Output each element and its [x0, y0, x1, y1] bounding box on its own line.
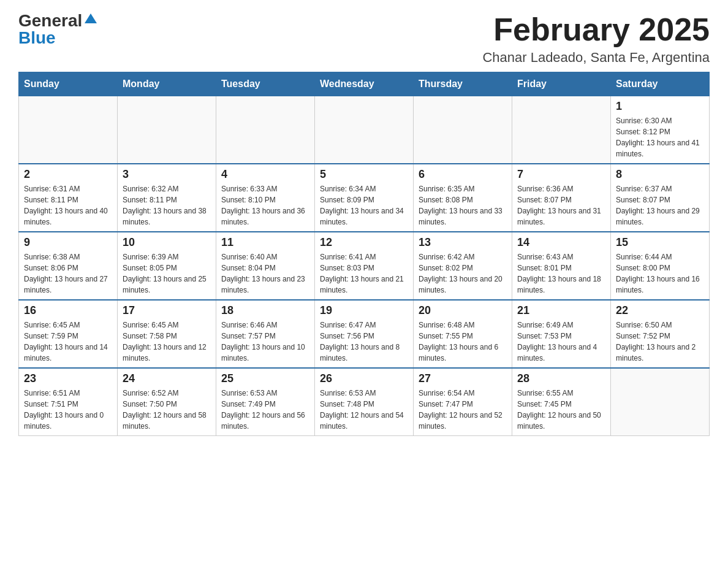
title-area: February 2025 Chanar Ladeado, Santa Fe, … [482, 12, 710, 66]
header-saturday: Saturday [611, 72, 710, 96]
table-row: 16Sunrise: 6:45 AMSunset: 7:59 PMDayligh… [19, 300, 118, 368]
calendar-week-row: 1Sunrise: 6:30 AMSunset: 8:12 PMDaylight… [19, 96, 710, 164]
day-info: Sunrise: 6:36 AMSunset: 8:07 PMDaylight:… [517, 183, 605, 228]
day-info: Sunrise: 6:30 AMSunset: 8:12 PMDaylight:… [616, 115, 704, 159]
table-row: 1Sunrise: 6:30 AMSunset: 8:12 PMDaylight… [611, 96, 710, 164]
page-header: General Blue February 2025 Chanar Ladead… [18, 12, 710, 66]
day-number: 25 [221, 372, 309, 385]
logo-blue-text: Blue [18, 28, 56, 47]
table-row: 5Sunrise: 6:34 AMSunset: 8:09 PMDaylight… [315, 164, 414, 232]
day-number: 6 [419, 168, 507, 181]
day-info: Sunrise: 6:35 AMSunset: 8:08 PMDaylight:… [419, 183, 507, 228]
table-row: 12Sunrise: 6:41 AMSunset: 8:03 PMDayligh… [315, 232, 414, 300]
table-row: 18Sunrise: 6:46 AMSunset: 7:57 PMDayligh… [216, 300, 315, 368]
table-row: 15Sunrise: 6:44 AMSunset: 8:00 PMDayligh… [611, 232, 710, 300]
day-number: 14 [517, 236, 605, 249]
day-info: Sunrise: 6:38 AMSunset: 8:06 PMDaylight:… [24, 251, 112, 296]
day-number: 10 [123, 236, 211, 249]
logo-general-text: General [18, 12, 82, 29]
table-row: 8Sunrise: 6:37 AMSunset: 8:07 PMDaylight… [611, 164, 710, 232]
day-number: 8 [616, 168, 704, 181]
day-info: Sunrise: 6:32 AMSunset: 8:11 PMDaylight:… [123, 183, 211, 228]
day-info: Sunrise: 6:53 AMSunset: 7:48 PMDaylight:… [320, 388, 408, 432]
day-number: 26 [320, 372, 408, 385]
table-row: 21Sunrise: 6:49 AMSunset: 7:53 PMDayligh… [512, 300, 611, 368]
table-row: 10Sunrise: 6:39 AMSunset: 8:05 PMDayligh… [118, 232, 216, 300]
table-row: 22Sunrise: 6:50 AMSunset: 7:52 PMDayligh… [611, 300, 710, 368]
weekday-header-row: Sunday Monday Tuesday Wednesday Thursday… [19, 72, 710, 96]
header-wednesday: Wednesday [315, 72, 414, 96]
header-friday: Friday [512, 72, 611, 96]
day-info: Sunrise: 6:53 AMSunset: 7:49 PMDaylight:… [221, 388, 309, 432]
header-thursday: Thursday [414, 72, 512, 96]
day-info: Sunrise: 6:31 AMSunset: 8:11 PMDaylight:… [24, 183, 112, 228]
day-number: 1 [616, 100, 704, 113]
day-number: 22 [616, 304, 704, 317]
table-row: 6Sunrise: 6:35 AMSunset: 8:08 PMDaylight… [414, 164, 512, 232]
table-row [315, 96, 414, 164]
table-row: 7Sunrise: 6:36 AMSunset: 8:07 PMDaylight… [512, 164, 611, 232]
day-number: 19 [320, 304, 408, 317]
day-info: Sunrise: 6:33 AMSunset: 8:10 PMDaylight:… [221, 183, 309, 228]
table-row: 14Sunrise: 6:43 AMSunset: 8:01 PMDayligh… [512, 232, 611, 300]
day-info: Sunrise: 6:37 AMSunset: 8:07 PMDaylight:… [616, 183, 704, 228]
calendar-week-row: 2Sunrise: 6:31 AMSunset: 8:11 PMDaylight… [19, 164, 710, 232]
day-info: Sunrise: 6:42 AMSunset: 8:02 PMDaylight:… [419, 251, 507, 296]
table-row: 17Sunrise: 6:45 AMSunset: 7:58 PMDayligh… [118, 300, 216, 368]
table-row [512, 96, 611, 164]
day-number: 5 [320, 168, 408, 181]
day-number: 9 [24, 236, 112, 249]
day-info: Sunrise: 6:47 AMSunset: 7:56 PMDaylight:… [320, 320, 408, 364]
header-tuesday: Tuesday [216, 72, 315, 96]
table-row: 2Sunrise: 6:31 AMSunset: 8:11 PMDaylight… [19, 164, 118, 232]
logo: General Blue [18, 12, 97, 47]
day-info: Sunrise: 6:55 AMSunset: 7:45 PMDaylight:… [517, 388, 605, 432]
table-row: 23Sunrise: 6:51 AMSunset: 7:51 PMDayligh… [19, 368, 118, 436]
day-number: 16 [24, 304, 112, 317]
table-row [216, 96, 315, 164]
day-info: Sunrise: 6:52 AMSunset: 7:50 PMDaylight:… [123, 388, 211, 432]
table-row: 19Sunrise: 6:47 AMSunset: 7:56 PMDayligh… [315, 300, 414, 368]
day-info: Sunrise: 6:43 AMSunset: 8:01 PMDaylight:… [517, 251, 605, 296]
logo-triangle-icon [85, 13, 97, 23]
day-number: 27 [419, 372, 507, 385]
calendar-table: Sunday Monday Tuesday Wednesday Thursday… [18, 72, 710, 436]
day-info: Sunrise: 6:48 AMSunset: 7:55 PMDaylight:… [419, 320, 507, 364]
day-number: 23 [24, 372, 112, 385]
table-row: 13Sunrise: 6:42 AMSunset: 8:02 PMDayligh… [414, 232, 512, 300]
table-row: 9Sunrise: 6:38 AMSunset: 8:06 PMDaylight… [19, 232, 118, 300]
day-number: 18 [221, 304, 309, 317]
day-info: Sunrise: 6:54 AMSunset: 7:47 PMDaylight:… [419, 388, 507, 432]
day-number: 13 [419, 236, 507, 249]
day-number: 12 [320, 236, 408, 249]
day-number: 28 [517, 372, 605, 385]
day-info: Sunrise: 6:40 AMSunset: 8:04 PMDaylight:… [221, 251, 309, 296]
day-info: Sunrise: 6:44 AMSunset: 8:00 PMDaylight:… [616, 251, 704, 296]
header-sunday: Sunday [19, 72, 118, 96]
day-info: Sunrise: 6:45 AMSunset: 7:59 PMDaylight:… [24, 320, 112, 364]
table-row: 28Sunrise: 6:55 AMSunset: 7:45 PMDayligh… [512, 368, 611, 436]
day-number: 24 [123, 372, 211, 385]
day-number: 3 [123, 168, 211, 181]
table-row: 27Sunrise: 6:54 AMSunset: 7:47 PMDayligh… [414, 368, 512, 436]
table-row [414, 96, 512, 164]
calendar-week-row: 9Sunrise: 6:38 AMSunset: 8:06 PMDaylight… [19, 232, 710, 300]
calendar-week-row: 16Sunrise: 6:45 AMSunset: 7:59 PMDayligh… [19, 300, 710, 368]
table-row: 11Sunrise: 6:40 AMSunset: 8:04 PMDayligh… [216, 232, 315, 300]
day-number: 2 [24, 168, 112, 181]
table-row: 20Sunrise: 6:48 AMSunset: 7:55 PMDayligh… [414, 300, 512, 368]
table-row [19, 96, 118, 164]
location-title: Chanar Ladeado, Santa Fe, Argentina [482, 50, 710, 66]
day-number: 11 [221, 236, 309, 249]
table-row [118, 96, 216, 164]
day-info: Sunrise: 6:41 AMSunset: 8:03 PMDaylight:… [320, 251, 408, 296]
day-number: 7 [517, 168, 605, 181]
calendar-week-row: 23Sunrise: 6:51 AMSunset: 7:51 PMDayligh… [19, 368, 710, 436]
day-number: 21 [517, 304, 605, 317]
day-number: 17 [123, 304, 211, 317]
day-number: 20 [419, 304, 507, 317]
day-info: Sunrise: 6:45 AMSunset: 7:58 PMDaylight:… [123, 320, 211, 364]
header-monday: Monday [118, 72, 216, 96]
day-info: Sunrise: 6:39 AMSunset: 8:05 PMDaylight:… [123, 251, 211, 296]
table-row [611, 368, 710, 436]
